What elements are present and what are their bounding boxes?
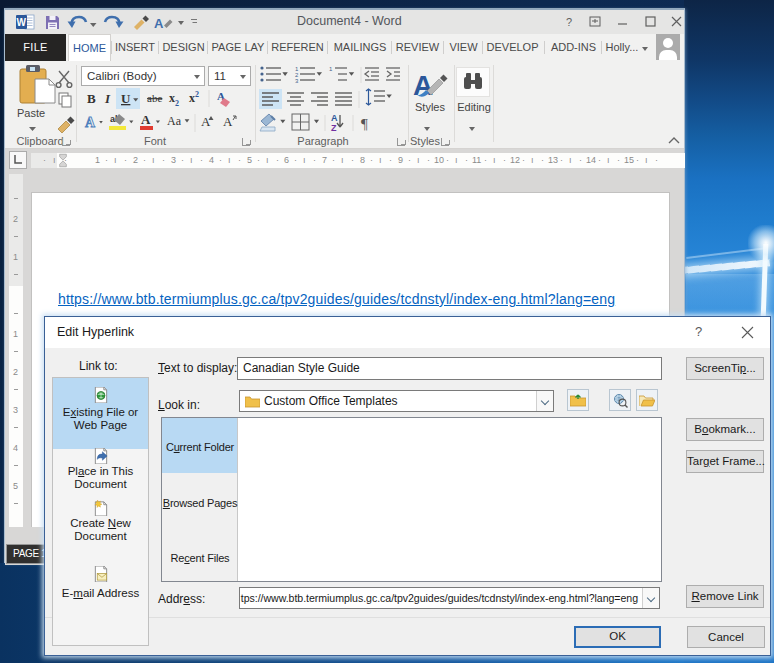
svg-text:Z: Z [331, 123, 337, 133]
svg-text:2: 2 [175, 99, 179, 108]
svg-text:A: A [85, 115, 96, 130]
svg-text:2: 2 [195, 90, 199, 99]
svg-text:A: A [223, 114, 233, 129]
svg-text:1: 1 [329, 66, 333, 72]
svg-text:I: I [104, 91, 111, 106]
svg-text:3: 3 [295, 78, 299, 84]
svg-text:abe: abe [147, 92, 162, 104]
svg-text:A: A [141, 112, 151, 127]
svg-text:Paste: Paste [17, 107, 45, 119]
svg-text:A: A [201, 114, 211, 129]
svg-text:W: W [17, 17, 27, 28]
svg-text:B: B [87, 91, 96, 106]
svg-text:A: A [331, 113, 338, 123]
svg-text:?: ? [566, 16, 572, 28]
svg-text:Aa: Aa [167, 114, 182, 128]
svg-text:¶: ¶ [361, 116, 368, 132]
svg-text:A: A [154, 16, 164, 31]
svg-text:U: U [121, 91, 131, 106]
